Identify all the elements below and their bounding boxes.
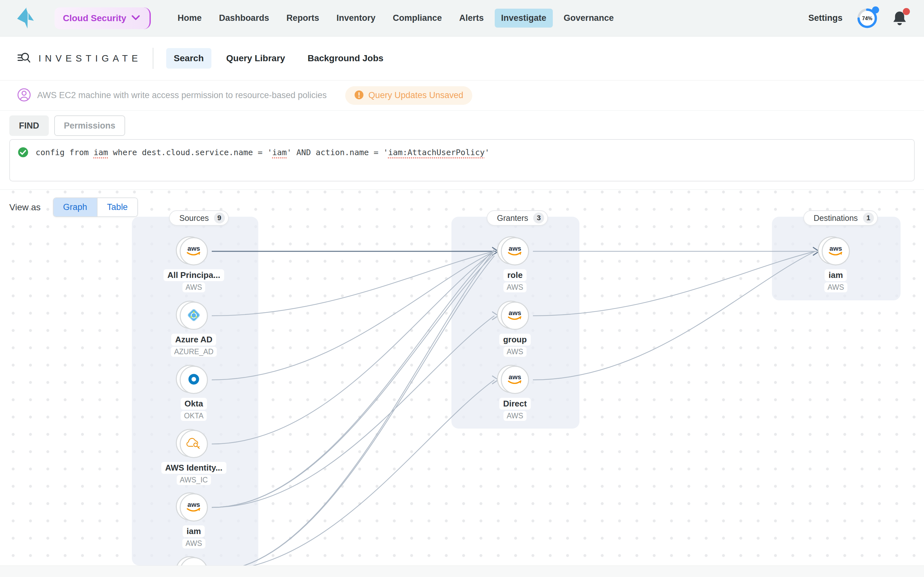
find-button[interactable]: FIND xyxy=(9,115,49,136)
graph-edges xyxy=(0,190,924,566)
graph-node-gr-role[interactable]: awsroleAWS xyxy=(501,237,529,266)
nav-item-investigate[interactable]: Investigate xyxy=(495,9,553,27)
graph-edge xyxy=(212,251,494,316)
node-label: role xyxy=(503,269,527,281)
node-sublabel: OKTA xyxy=(181,411,207,421)
graph-node-src-azure-ad[interactable]: Azure ADAZURE_AD xyxy=(180,301,208,330)
find-buttons: FIND Permissions xyxy=(9,115,915,136)
graph-node-src-okta[interactable]: OktaOKTA xyxy=(180,366,208,394)
graph-node-gr-group[interactable]: awsgroupAWS xyxy=(501,301,529,330)
code-token-underlined: iam:AttachUserPolicy xyxy=(388,148,485,157)
graph-node-gr-direct[interactable]: awsDirectAWS xyxy=(501,366,529,394)
column-pill-destinations[interactable]: Destinations1 xyxy=(803,210,878,226)
graph-edge xyxy=(212,251,494,444)
progress-ring[interactable]: 74% xyxy=(857,8,878,29)
node-labels: DirectAWS xyxy=(499,398,531,421)
nav-item-alerts[interactable]: Alerts xyxy=(453,9,490,27)
node-labels: AWS Identity...AWS_IC xyxy=(162,462,226,485)
permissions-button[interactable]: Permissions xyxy=(54,115,125,136)
node-sublabel: AWS xyxy=(503,347,527,357)
investigate-header: INVESTIGATE SearchQuery LibraryBackgroun… xyxy=(0,37,924,81)
code-token: where dest.cloud.service.name = ' xyxy=(108,148,272,157)
aws-icon: aws xyxy=(506,372,524,387)
query-editor[interactable]: config from iam where dest.cloud.service… xyxy=(9,139,915,181)
node-label: AWS Identity... xyxy=(162,462,226,474)
nav-item-governance[interactable]: Governance xyxy=(557,9,620,27)
aws-icon: aws xyxy=(827,244,845,259)
code-token-underlined: iam xyxy=(94,148,108,157)
product-name: Cloud Security xyxy=(63,13,126,23)
graph-node-src-more[interactable] xyxy=(180,557,208,566)
node-circle xyxy=(180,301,208,330)
view-option-graph[interactable]: Graph xyxy=(53,198,97,216)
graph-node-src-all-principals[interactable]: awsAll Principa...AWS xyxy=(180,237,208,266)
nav-item-dashboards[interactable]: Dashboards xyxy=(213,9,276,27)
user-circle-icon xyxy=(17,87,31,103)
svg-text:aws: aws xyxy=(509,373,521,380)
query-code[interactable]: config from iam where dest.cloud.service… xyxy=(36,147,489,158)
find-section: FIND Permissions config from iam where d… xyxy=(0,111,924,190)
view-toggle: GraphTable xyxy=(53,197,138,217)
investigate-tabs: SearchQuery LibraryBackground Jobs xyxy=(166,48,391,69)
aws-icon: aws xyxy=(184,500,203,515)
nav-item-inventory[interactable]: Inventory xyxy=(330,9,382,27)
node-circle: aws xyxy=(180,493,208,522)
node-label: group xyxy=(499,334,531,346)
node-label: iam xyxy=(825,269,847,281)
divider xyxy=(153,48,153,69)
node-sublabel: AWS xyxy=(824,282,847,292)
column-count-badge: 1 xyxy=(863,213,874,223)
bottom-strip xyxy=(0,566,924,577)
code-token: config from xyxy=(36,148,94,157)
graph-node-src-aws-ic[interactable]: AWS Identity...AWS_IC xyxy=(180,430,208,458)
graph-edge xyxy=(212,316,494,508)
graph-edge xyxy=(533,251,815,316)
graph-edge xyxy=(212,251,494,380)
column-count-badge: 3 xyxy=(533,213,544,223)
search-list-icon xyxy=(17,50,31,66)
column-pill-granters[interactable]: Granters3 xyxy=(487,210,548,226)
column-name: Granters xyxy=(497,213,528,223)
settings-link[interactable]: Settings xyxy=(808,13,843,23)
node-circle: aws xyxy=(501,366,529,394)
code-token: ' xyxy=(485,148,489,157)
node-labels: iamAWS xyxy=(182,525,205,548)
svg-text:aws: aws xyxy=(829,245,842,252)
view-as-label: View as xyxy=(9,202,41,213)
topbar-right: Settings 74% xyxy=(808,8,907,29)
azure-ad-icon xyxy=(186,308,201,324)
logo-kite-icon xyxy=(17,7,35,29)
node-circle: aws xyxy=(501,237,529,266)
nav-item-compliance[interactable]: Compliance xyxy=(386,9,448,27)
product-switcher[interactable]: Cloud Security xyxy=(55,7,151,29)
column-pill-sources[interactable]: Sources9 xyxy=(169,210,229,226)
aws-identity-center-icon xyxy=(186,437,202,451)
graph-edge xyxy=(212,380,494,566)
check-circle-icon xyxy=(18,147,29,159)
tab-background-jobs[interactable]: Background Jobs xyxy=(300,48,391,69)
node-label: All Principa... xyxy=(164,269,224,281)
svg-text:aws: aws xyxy=(509,245,521,252)
page-title: INVESTIGATE xyxy=(39,53,142,64)
notifications-button[interactable] xyxy=(892,10,907,27)
nav-item-reports[interactable]: Reports xyxy=(280,9,326,27)
view-option-table[interactable]: Table xyxy=(97,198,137,216)
warning-circle-icon xyxy=(354,90,364,101)
node-sublabel: AZURE_AD xyxy=(171,347,217,357)
svg-text:aws: aws xyxy=(187,501,200,508)
main-nav: HomeDashboardsReportsInventoryCompliance… xyxy=(171,9,620,27)
node-label: Azure AD xyxy=(171,334,216,346)
nav-item-home[interactable]: Home xyxy=(171,9,208,27)
progress-value: 74% xyxy=(862,16,872,21)
graph-node-src-iam[interactable]: awsiamAWS xyxy=(180,493,208,522)
node-label: Okta xyxy=(181,398,207,410)
column-count-badge: 9 xyxy=(214,213,225,223)
tab-search[interactable]: Search xyxy=(166,48,212,69)
view-as-control: View as GraphTable xyxy=(9,197,138,217)
query-description: AWS EC2 machine with write access permis… xyxy=(37,90,326,100)
node-sublabel: AWS_IC xyxy=(176,475,211,485)
graph-node-dst-iam[interactable]: awsiamAWS xyxy=(822,237,850,266)
app-root: Cloud Security HomeDashboardsReportsInve… xyxy=(0,0,924,577)
aws-icon: aws xyxy=(506,308,524,323)
tab-query-library[interactable]: Query Library xyxy=(218,48,293,69)
